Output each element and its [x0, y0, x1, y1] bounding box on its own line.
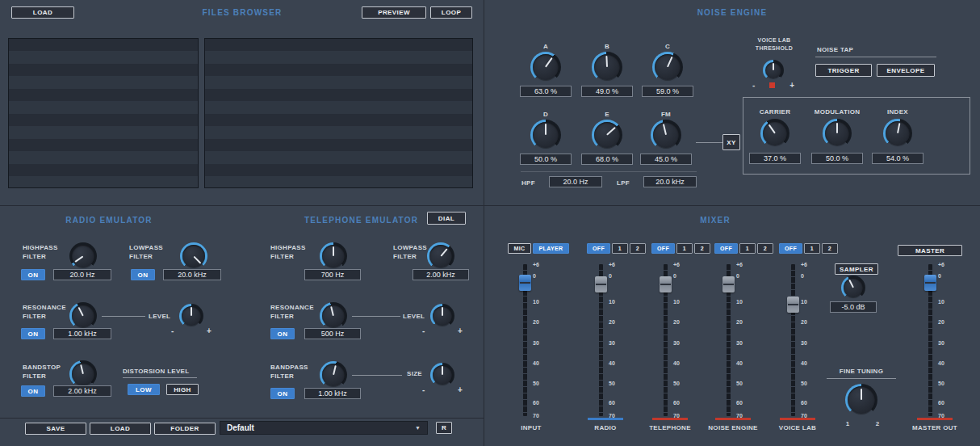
tel-size-knob[interactable]	[430, 363, 454, 387]
radio-lowpass-knob[interactable]	[180, 242, 207, 270]
telephone-preset2-button[interactable]: 2	[694, 243, 710, 254]
tel-level-plus[interactable]: +	[458, 326, 463, 335]
tel-highpass-value[interactable]: 700 Hz	[304, 269, 361, 280]
knob-a[interactable]	[530, 52, 561, 82]
fader-cap-telephone[interactable]	[660, 276, 672, 292]
reset-button[interactable]: R	[436, 422, 452, 434]
distorsion-high-button[interactable]: HIGH	[166, 384, 199, 395]
voice-lab-threshold-knob[interactable]	[763, 60, 784, 81]
radio-bandstop-on-button[interactable]: ON	[21, 385, 45, 397]
knob-d-value[interactable]: 50.0 %	[520, 154, 572, 165]
radio-level-minus[interactable]: -	[171, 326, 174, 335]
save-preset-button[interactable]: SAVE	[25, 423, 86, 435]
load-preset-button[interactable]: LOAD	[90, 423, 151, 435]
radio-preset2-button[interactable]: 2	[630, 243, 646, 254]
dial-button[interactable]: DIAL	[427, 212, 466, 225]
sampler-gain-value[interactable]: -5.0 dB	[830, 301, 877, 313]
modulation-value[interactable]: 50.0 %	[811, 153, 863, 164]
file-list-files[interactable]	[204, 38, 473, 188]
radio-highpass-knob[interactable]	[69, 242, 97, 270]
fine-tuning-knob[interactable]	[845, 384, 877, 416]
telephone-off-button[interactable]: OFF	[651, 243, 675, 254]
preview-button[interactable]: PREVIEW	[362, 6, 426, 19]
tel-bandpass-on-button[interactable]: ON	[270, 388, 295, 399]
folder-button[interactable]: FOLDER	[154, 423, 216, 435]
tel-resonance-value[interactable]: 500 Hz	[304, 328, 361, 339]
tel-lowpass-value[interactable]: 2.00 kHz	[413, 269, 469, 280]
voicelab-off-button[interactable]: OFF	[779, 243, 802, 254]
radio-resonance-knob[interactable]	[69, 302, 97, 330]
knob-c[interactable]	[652, 52, 683, 82]
hpf-value[interactable]: 20.0 Hz	[549, 176, 602, 187]
radio-bandstop-knob[interactable]	[69, 360, 97, 388]
voicelab-preset2-button[interactable]: 2	[822, 243, 838, 254]
noise-preset1-button[interactable]: 1	[739, 243, 756, 254]
radio-highpass-on-button[interactable]: ON	[21, 269, 45, 280]
master-button[interactable]: MASTER	[898, 245, 962, 256]
radio-preset1-button[interactable]: 1	[612, 243, 628, 254]
tel-size-plus[interactable]: +	[458, 385, 463, 394]
radio-resonance-on-button[interactable]: ON	[21, 328, 45, 339]
tel-resonance-on-button[interactable]: ON	[270, 328, 295, 339]
radio-lowpass-value[interactable]: 20.0 kHz	[163, 269, 221, 280]
knob-b-value[interactable]: 49.0 %	[581, 86, 633, 97]
xy-button[interactable]: XY	[722, 134, 740, 150]
tel-lowpass-knob[interactable]	[427, 242, 454, 270]
knob-e-value[interactable]: 68.0 %	[581, 154, 633, 165]
tel-level-knob[interactable]	[430, 304, 454, 328]
player-button[interactable]: PLAYER	[533, 243, 569, 254]
tel-level-minus[interactable]: -	[422, 326, 425, 335]
radio-bandstop-value[interactable]: 2.00 kHz	[53, 385, 111, 397]
fader-track-telephone[interactable]	[664, 264, 668, 416]
file-list-folders[interactable]	[8, 38, 199, 188]
sampler-button[interactable]: SAMPLER	[835, 263, 878, 275]
load-file-button[interactable]: LOAD	[11, 6, 74, 19]
knob-c-value[interactable]: 59.0 %	[642, 86, 693, 97]
radio-level-knob[interactable]	[179, 304, 203, 328]
carrier-value[interactable]: 37.0 %	[749, 153, 801, 164]
loop-button[interactable]: LOOP	[430, 6, 472, 19]
threshold-minus-label[interactable]: -	[752, 81, 755, 90]
knob-e[interactable]	[592, 120, 622, 150]
tel-bandpass-value[interactable]: 1.00 kHz	[304, 388, 361, 399]
modulation-knob[interactable]	[823, 119, 852, 148]
radio-resonance-value[interactable]: 1.00 kHz	[53, 328, 111, 339]
trigger-button[interactable]: TRIGGER	[815, 64, 872, 77]
radio-lowpass-on-button[interactable]: ON	[131, 269, 155, 280]
fader-cap-noise-engine[interactable]	[722, 276, 735, 292]
fader-track-voice-lab[interactable]	[791, 264, 795, 416]
radio-off-button[interactable]: OFF	[587, 243, 610, 254]
distorsion-low-button[interactable]: LOW	[128, 384, 160, 395]
knob-d[interactable]	[530, 120, 561, 150]
knob-fm[interactable]	[651, 120, 681, 150]
tel-size-minus[interactable]: -	[422, 385, 425, 394]
sampler-gain-knob[interactable]	[841, 276, 865, 300]
knob-fm-value[interactable]: 45.0 %	[640, 154, 692, 165]
knob-b[interactable]	[592, 52, 622, 82]
voicelab-preset1-button[interactable]: 1	[804, 243, 820, 254]
fader-track-radio[interactable]	[599, 264, 603, 416]
index-value[interactable]: 54.0 %	[872, 153, 923, 164]
fader-track-input[interactable]	[523, 264, 527, 416]
mic-button[interactable]: MIC	[508, 243, 531, 254]
tel-resonance-knob[interactable]	[320, 302, 347, 330]
fader-cap-master[interactable]	[924, 275, 936, 291]
tel-highpass-knob[interactable]	[320, 242, 347, 270]
lpf-value[interactable]: 20.0 kHz	[643, 176, 697, 187]
noise-off-button[interactable]: OFF	[714, 243, 738, 254]
index-knob[interactable]	[883, 119, 912, 148]
telephone-preset1-button[interactable]: 1	[676, 243, 693, 254]
noise-preset2-button[interactable]: 2	[757, 243, 773, 254]
threshold-plus-label[interactable]: +	[789, 81, 794, 90]
preset-select[interactable]: Default ▼	[220, 421, 428, 435]
radio-level-plus[interactable]: +	[207, 326, 211, 335]
fader-cap-input[interactable]	[519, 275, 531, 291]
carrier-knob[interactable]	[760, 119, 789, 148]
radio-highpass-value[interactable]: 20.0 Hz	[53, 269, 111, 280]
fader-cap-radio[interactable]	[595, 276, 607, 292]
envelope-button[interactable]: ENVELOPE	[877, 64, 935, 77]
knob-a-value[interactable]: 63.0 %	[520, 86, 572, 97]
tel-bandpass-knob[interactable]	[320, 361, 347, 389]
fader-track-noise-engine[interactable]	[727, 264, 731, 416]
fader-cap-voice-lab[interactable]	[787, 297, 799, 313]
